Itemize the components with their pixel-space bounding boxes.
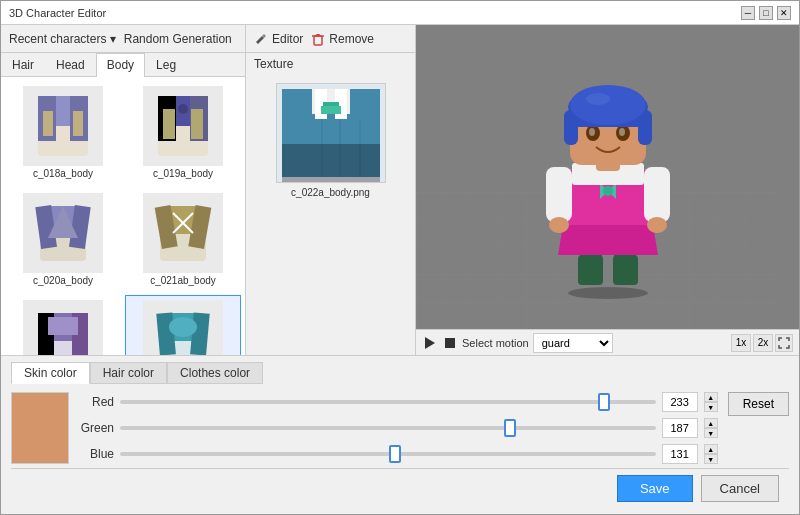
item-label: c_019a_body: [153, 168, 213, 179]
viewport: [416, 25, 799, 329]
item-svg: [28, 305, 98, 355]
play-button[interactable]: [422, 335, 438, 351]
select-motion-label: Select motion: [462, 337, 529, 349]
item-label: c_020a_body: [33, 275, 93, 286]
list-item[interactable]: c_022a_body: [125, 295, 241, 355]
blue-spin-down[interactable]: ▼: [704, 454, 718, 464]
pencil-icon: [254, 32, 268, 46]
red-value-input[interactable]: [662, 392, 698, 412]
list-item[interactable]: c_021ab_body: [125, 188, 241, 291]
editor-button[interactable]: Editor: [254, 32, 303, 46]
main-window: 3D Character Editor ─ □ ✕ Recent charact…: [0, 0, 800, 515]
stop-icon: [445, 338, 455, 348]
svg-rect-42: [321, 106, 341, 114]
blue-spin-up[interactable]: ▲: [704, 444, 718, 454]
mid-panel: Editor Remove Texture: [246, 25, 416, 355]
blue-value-input[interactable]: [662, 444, 698, 464]
bottom-actions: Save Cancel: [11, 468, 789, 508]
sliders-column: Red ▲ ▼ Green ▲ ▼: [79, 392, 718, 464]
maximize-button[interactable]: □: [759, 6, 773, 20]
item-svg: [148, 305, 218, 355]
svg-point-69: [589, 128, 595, 136]
green-spin-up[interactable]: ▲: [704, 418, 718, 428]
item-thumbnail: [23, 300, 103, 355]
close-button[interactable]: ✕: [777, 6, 791, 20]
item-label: c_021ab_body: [150, 275, 216, 286]
svg-rect-63: [644, 167, 670, 222]
remove-label: Remove: [329, 32, 374, 46]
green-slider[interactable]: [120, 426, 656, 430]
red-spinner: ▲ ▼: [704, 392, 718, 412]
list-item[interactable]: c_020a_body: [5, 188, 121, 291]
window-controls: ─ □ ✕: [741, 6, 791, 20]
item-thumbnail: [23, 86, 103, 166]
blue-slider-row: Blue ▲ ▼: [79, 444, 718, 464]
svg-rect-5: [73, 111, 83, 136]
svg-rect-28: [48, 317, 78, 335]
character-svg: [528, 55, 688, 300]
speed-2x-button[interactable]: 2x: [753, 334, 773, 352]
texture-label: Texture: [246, 53, 415, 75]
tab-head[interactable]: Head: [45, 53, 96, 76]
item-label: c_018a_body: [33, 168, 93, 179]
color-sliders: Red ▲ ▼ Green ▲ ▼: [11, 392, 789, 464]
list-item[interactable]: c_021a_body: [5, 295, 121, 355]
random-generation-button[interactable]: Random Generation: [124, 32, 232, 46]
item-thumbnail: [143, 86, 223, 166]
svg-point-50: [568, 287, 648, 299]
trash-icon: [311, 32, 325, 46]
blue-spinner: ▲ ▼: [704, 444, 718, 464]
blue-label: Blue: [79, 447, 114, 461]
blue-slider[interactable]: [120, 452, 656, 456]
reset-button[interactable]: Reset: [728, 392, 789, 416]
color-tab-hair[interactable]: Hair color: [90, 362, 167, 384]
item-thumbnail: [23, 193, 103, 273]
title-bar: 3D Character Editor ─ □ ✕: [1, 1, 799, 25]
svg-rect-10: [163, 109, 175, 139]
svg-point-33: [169, 317, 197, 337]
red-slider[interactable]: [120, 400, 656, 404]
remove-button[interactable]: Remove: [311, 32, 374, 46]
speed-buttons: 1x 2x: [731, 334, 793, 352]
character-grid: c_018a_body: [1, 77, 245, 355]
color-tabs-row: Skin color Hair color Clothes color: [11, 362, 789, 384]
item-svg: [28, 198, 98, 268]
item-svg: [28, 91, 98, 161]
green-spin-down[interactable]: ▼: [704, 428, 718, 438]
left-top-bar: Recent characters ▾ Random Generation: [1, 25, 245, 53]
svg-point-12: [178, 104, 188, 114]
svg-point-59: [603, 186, 613, 196]
green-spinner: ▲ ▼: [704, 418, 718, 438]
play-icon: [425, 337, 435, 349]
svg-rect-61: [546, 167, 572, 222]
list-item[interactable]: c_018a_body: [5, 81, 121, 184]
list-item[interactable]: c_019a_body: [125, 81, 241, 184]
tab-leg[interactable]: Leg: [145, 53, 187, 76]
minimize-button[interactable]: ─: [741, 6, 755, 20]
texture-svg: [277, 84, 385, 182]
svg-rect-34: [314, 36, 322, 45]
reset-column: Reset: [728, 392, 789, 418]
editor-label: Editor: [272, 32, 303, 46]
fullscreen-button[interactable]: [775, 334, 793, 352]
color-tab-clothes[interactable]: Clothes color: [167, 362, 263, 384]
speed-1x-button[interactable]: 1x: [731, 334, 751, 352]
red-slider-row: Red ▲ ▼: [79, 392, 718, 412]
svg-rect-4: [43, 111, 53, 136]
fullscreen-icon: [778, 337, 790, 349]
red-spin-down[interactable]: ▼: [704, 402, 718, 412]
texture-thumbnail[interactable]: [276, 83, 386, 183]
motion-select[interactable]: guard walk run idle: [533, 333, 613, 353]
save-button[interactable]: Save: [617, 475, 693, 502]
stop-button[interactable]: [442, 335, 458, 351]
tab-body[interactable]: Body: [96, 53, 145, 77]
tab-hair[interactable]: Hair: [1, 53, 45, 76]
body-tabs-row: Hair Head Body Leg: [1, 53, 245, 77]
svg-point-75: [570, 85, 646, 125]
cancel-button[interactable]: Cancel: [701, 475, 779, 502]
svg-point-70: [619, 128, 625, 136]
color-tab-skin[interactable]: Skin color: [11, 362, 90, 384]
recent-characters-button[interactable]: Recent characters ▾: [9, 32, 116, 46]
red-spin-up[interactable]: ▲: [704, 392, 718, 402]
green-value-input[interactable]: [662, 418, 698, 438]
